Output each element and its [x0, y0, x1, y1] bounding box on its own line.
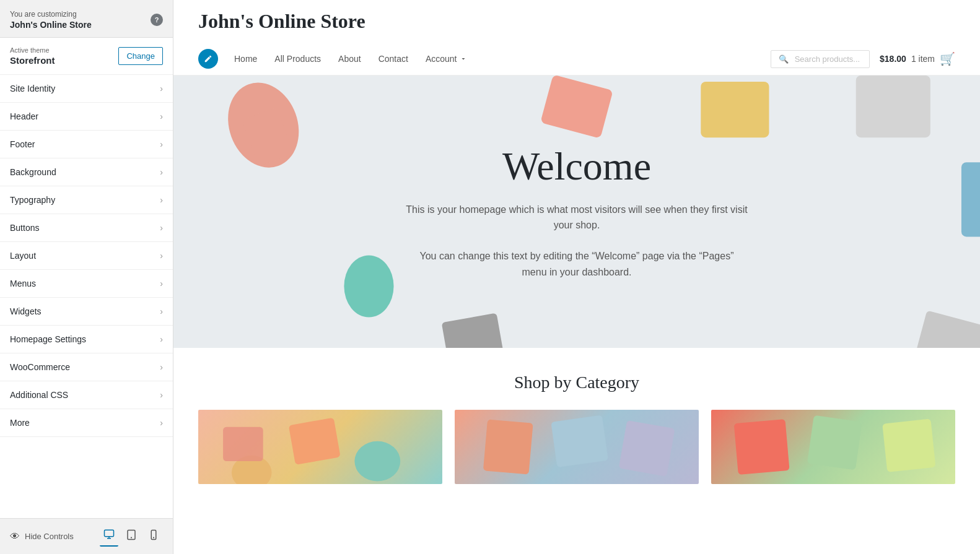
- svg-rect-25: [483, 419, 533, 474]
- sidebar-item-label: WooCommerce: [10, 362, 70, 372]
- nav-about[interactable]: About: [330, 49, 370, 69]
- svg-rect-30: [882, 419, 935, 472]
- svg-rect-0: [105, 530, 114, 537]
- chevron-right-icon: ›: [160, 362, 163, 372]
- sidebar-item-background[interactable]: Background ›: [0, 158, 173, 186]
- svg-rect-8: [701, 82, 769, 137]
- sidebar-item-menus[interactable]: Menus ›: [0, 270, 173, 298]
- help-icon[interactable]: ?: [151, 14, 163, 26]
- sidebar-menu: Site Identity › Header › Footer › Backgr…: [0, 75, 173, 518]
- preview-content: John's Online Store Home All Products Ab…: [173, 0, 980, 554]
- chevron-right-icon: ›: [160, 84, 163, 93]
- customizer-sidebar: You are customizing John's Online Store …: [0, 0, 173, 554]
- sidebar-item-label: Site Identity: [10, 84, 55, 93]
- nav-left: Home All Products About Contact Account: [198, 49, 476, 69]
- theme-name: Storefront: [10, 55, 55, 66]
- chevron-right-icon: ›: [160, 223, 163, 233]
- hero-title: Welcome: [502, 144, 651, 189]
- store-header: John's Online Store: [173, 0, 980, 33]
- hide-controls-label: Hide Controls: [25, 532, 74, 541]
- search-icon: 🔍: [779, 54, 789, 64]
- nav-home[interactable]: Home: [225, 49, 266, 69]
- hero-text2: You can change this text by editing the …: [409, 248, 744, 280]
- svg-rect-12: [909, 310, 980, 348]
- sidebar-item-homepage-settings[interactable]: Homepage Settings ›: [0, 326, 173, 353]
- nav-all-products[interactable]: All Products: [266, 49, 330, 69]
- sidebar-item-label: Background: [10, 167, 56, 177]
- hide-controls-button[interactable]: 👁 Hide Controls: [10, 531, 74, 542]
- hero-text1: This is your homepage which is what most…: [403, 202, 750, 233]
- chevron-right-icon: ›: [160, 167, 163, 177]
- category-card-1[interactable]: [198, 410, 442, 484]
- nav-account[interactable]: Account: [417, 49, 476, 69]
- view-tablet-button[interactable]: [122, 526, 141, 547]
- svg-rect-28: [734, 419, 790, 475]
- view-mobile-button[interactable]: [144, 526, 163, 547]
- store-title: John's Online Store: [198, 10, 955, 33]
- category-card-2[interactable]: [455, 410, 699, 484]
- chevron-right-icon: ›: [160, 418, 163, 428]
- view-switcher: [100, 526, 163, 547]
- cart-price: $18.00: [880, 54, 906, 64]
- svg-rect-9: [856, 76, 930, 137]
- chevron-right-icon: ›: [160, 251, 163, 261]
- theme-section: Active theme Storefront Change: [0, 38, 173, 75]
- chevron-right-icon: ›: [160, 334, 163, 344]
- svg-point-5: [216, 76, 310, 178]
- svg-rect-27: [619, 420, 675, 477]
- sidebar-item-header[interactable]: Header ›: [0, 103, 173, 131]
- svg-rect-29: [807, 415, 862, 470]
- chevron-right-icon: ›: [160, 306, 163, 316]
- category-grid: [198, 410, 955, 484]
- sidebar-item-additional-css[interactable]: Additional CSS ›: [0, 381, 173, 409]
- cart-icon[interactable]: 🛒: [940, 51, 955, 66]
- sidebar-footer: 👁 Hide Controls: [0, 518, 173, 554]
- hero-section: Welcome This is your homepage which is w…: [173, 76, 980, 348]
- svg-rect-6: [242, 107, 294, 167]
- chevron-right-icon: ›: [160, 195, 163, 205]
- svg-rect-22: [289, 418, 341, 465]
- svg-rect-10: [961, 162, 980, 236]
- view-desktop-button[interactable]: [100, 526, 118, 547]
- chevron-right-icon: ›: [160, 139, 163, 149]
- nav-right: 🔍 Search products... $18.00 1 item 🛒: [771, 50, 955, 68]
- chevron-right-icon: ›: [160, 390, 163, 400]
- sidebar-item-site-identity[interactable]: Site Identity ›: [0, 75, 173, 103]
- sidebar-item-more[interactable]: More ›: [0, 409, 173, 437]
- chevron-right-icon: ›: [160, 279, 163, 288]
- sidebar-item-label: Homepage Settings: [10, 334, 86, 344]
- search-placeholder: Search products...: [795, 54, 860, 64]
- svg-point-23: [354, 441, 400, 482]
- sidebar-item-typography[interactable]: Typography ›: [0, 186, 173, 214]
- sidebar-item-layout[interactable]: Layout ›: [0, 242, 173, 270]
- sidebar-item-buttons[interactable]: Buttons ›: [0, 214, 173, 242]
- sidebar-item-label: Typography: [10, 195, 55, 205]
- sidebar-item-label: More: [10, 418, 30, 428]
- category-section: Shop by Category: [173, 348, 980, 509]
- sidebar-site-title: John's Online Store: [10, 20, 92, 30]
- svg-rect-7: [540, 76, 613, 139]
- edit-nav-button[interactable]: [198, 49, 218, 69]
- theme-info: Active theme Storefront: [10, 46, 55, 66]
- sidebar-item-label: Buttons: [10, 223, 39, 233]
- sidebar-item-label: Widgets: [10, 306, 42, 316]
- chevron-right-icon: ›: [160, 111, 163, 121]
- nav-contact[interactable]: Contact: [370, 49, 417, 69]
- change-theme-button[interactable]: Change: [118, 47, 163, 65]
- sidebar-item-label: Additional CSS: [10, 390, 68, 400]
- sidebar-item-label: Layout: [10, 251, 36, 261]
- sidebar-header-text: You are customizing John's Online Store: [10, 10, 92, 30]
- sidebar-item-label: Footer: [10, 139, 35, 149]
- sidebar-item-footer[interactable]: Footer ›: [0, 131, 173, 158]
- svg-rect-26: [551, 415, 608, 467]
- cart-info: $18.00 1 item 🛒: [880, 51, 955, 66]
- sidebar-item-label: Menus: [10, 279, 36, 288]
- svg-rect-13: [442, 313, 507, 348]
- store-nav: Home All Products About Contact Account …: [173, 43, 980, 76]
- eye-icon: 👁: [10, 531, 20, 542]
- sidebar-item-widgets[interactable]: Widgets ›: [0, 298, 173, 326]
- svg-rect-24: [223, 427, 263, 461]
- sidebar-item-woocommerce[interactable]: WooCommerce ›: [0, 353, 173, 381]
- active-theme-label: Active theme: [10, 46, 55, 54]
- category-card-3[interactable]: [711, 410, 955, 484]
